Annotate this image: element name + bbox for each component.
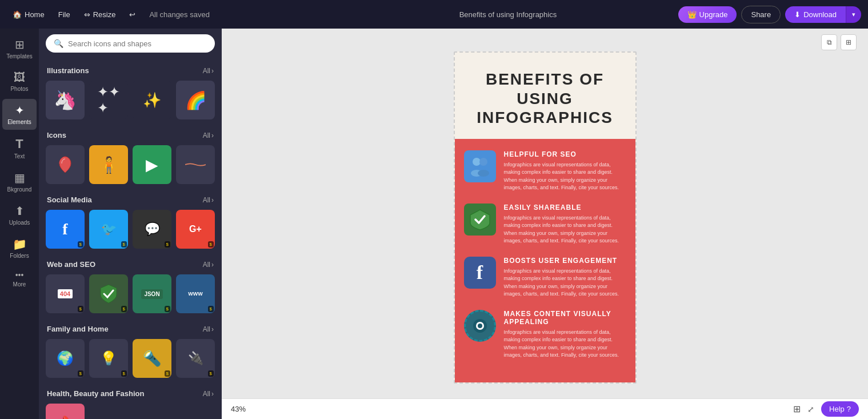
share-button[interactable]: Share	[741, 6, 781, 23]
icons-section-header: Icons All ›	[39, 125, 222, 143]
list-item[interactable]: 🐦 $	[89, 210, 128, 249]
sidebar-item-uploads[interactable]: ⬆ Uploads	[2, 199, 37, 230]
sidebar-item-more[interactable]: ••• More	[2, 266, 37, 292]
benefit-row-visual: MAKES CONTENT VISUALLY APPEALING Infogra…	[464, 310, 626, 360]
sidebar-item-templates[interactable]: ⊞ Templates	[2, 33, 37, 64]
topbar: 🏠 Home File ⇔ Resize ↩ All changes saved…	[0, 0, 868, 29]
elements-icon: ✦	[15, 103, 25, 117]
benefit-text-shareable: EASILY SHAREABLE Infographics are visual…	[504, 203, 626, 245]
list-item[interactable]: ✨	[133, 81, 171, 119]
search-input[interactable]	[68, 39, 207, 48]
main-area: ⊞ Templates 🖼 Photos ✦ Elements T Text ▦…	[0, 29, 868, 419]
benefit-row-engagement: f BOOSTS USER ENGAGEMENT Infographics ar…	[464, 257, 626, 298]
list-item[interactable]: 💬 $	[133, 210, 171, 249]
doc-header: BENEFITS OF USING INFOGRAPHICS	[455, 53, 635, 139]
sidebar-item-folders[interactable]: 📁 Folders	[2, 233, 37, 264]
benefit-text-visual: MAKES CONTENT VISUALLY APPEALING Infogra…	[504, 310, 626, 360]
icons-grid: 🧍 ▶	[39, 143, 222, 190]
list-item[interactable]: G+ $	[176, 210, 215, 249]
list-item[interactable]: 🔦 $	[133, 339, 171, 378]
health-all[interactable]: All ›	[203, 390, 214, 398]
canvas-controls: ⧉ ⊞	[821, 34, 857, 50]
sidebar-item-text[interactable]: T Text	[2, 132, 37, 164]
list-item[interactable]: $	[89, 274, 128, 313]
web-seo-section-header: Web and SEO All ›	[39, 254, 222, 272]
svg-point-0	[473, 158, 481, 166]
list-item[interactable]: 💡 $	[89, 339, 128, 378]
list-item[interactable]: 💄 $	[46, 404, 85, 419]
chevron-right-icon: ›	[211, 325, 214, 333]
family-home-all[interactable]: All ›	[203, 325, 214, 333]
topbar-right: 👑 Upgrade Share ⬇ Download ▾	[678, 6, 861, 23]
list-item[interactable]: 🦄	[46, 81, 85, 119]
benefit-icon-engagement: f	[464, 257, 496, 289]
download-dropdown-button[interactable]: ▾	[846, 6, 861, 23]
benefit-text-engagement: BOOSTS USER ENGAGEMENT Infographics are …	[504, 257, 626, 298]
chevron-right-icon: ›	[211, 390, 214, 398]
web-seo-all[interactable]: All ›	[203, 261, 214, 269]
social-grid: f $ 🐦 $ 💬 $ G+ $	[39, 207, 222, 254]
document-title: Benefits of using Infographics	[459, 10, 557, 19]
health-grid: 💄 $	[39, 401, 222, 419]
zoom-level: 43%	[231, 405, 246, 413]
svg-point-7	[477, 322, 478, 324]
social-media-section-header: Social Media All ›	[39, 190, 222, 207]
undo-button[interactable]: ↩	[123, 7, 141, 22]
list-item[interactable]: 🧍	[89, 145, 128, 184]
list-item[interactable]: f $	[46, 210, 85, 249]
expand-button[interactable]: ⤢	[807, 405, 814, 414]
list-item[interactable]: 🌈	[176, 81, 215, 119]
icons-all[interactable]: All ›	[203, 131, 214, 139]
resize-button[interactable]: ⇔ Resize	[78, 7, 122, 22]
canvas-copy-button[interactable]: ⧉	[821, 34, 837, 50]
list-item[interactable]	[46, 145, 85, 184]
benefit-text-seo: HELPFUL FOR SEO Infographics are visual …	[504, 150, 626, 192]
list-item[interactable]	[176, 145, 215, 184]
benefit-icon-shareable	[464, 203, 496, 236]
canvas-area: ⧉ ⊞ BENEFITS OF USING INFOGRAPHICS	[222, 29, 868, 419]
benefit-row-shareable: EASILY SHAREABLE Infographics are visual…	[464, 203, 626, 245]
svg-point-1	[479, 158, 487, 166]
list-item[interactable]: ▶	[133, 145, 171, 184]
list-item[interactable]: 🔌 $	[176, 339, 215, 378]
web-seo-grid: 404 $ $ JSON $ WWW $	[39, 272, 222, 319]
help-button[interactable]: Help ?	[821, 401, 859, 417]
panel-scroll: Illustrations All › 🦄 ✦✦✦ ✨ 🌈	[39, 58, 222, 419]
chevron-right-icon: ›	[211, 131, 214, 139]
sidebar-item-background[interactable]: ▦ Bkground	[2, 166, 37, 197]
canvas-scroll[interactable]: BENEFITS OF USING INFOGRAPHICS	[222, 29, 868, 398]
illustrations-grid: 🦄 ✦✦✦ ✨ 🌈	[39, 78, 222, 125]
grid-view-button[interactable]: ⊞	[793, 404, 801, 414]
list-item[interactable]: 🌍 $	[46, 339, 85, 378]
saved-status: All changes saved	[143, 7, 215, 22]
home-button[interactable]: 🏠 Home	[7, 7, 50, 22]
upgrade-button[interactable]: 👑 Upgrade	[678, 6, 737, 23]
social-all[interactable]: All ›	[203, 196, 214, 204]
sidebar-item-photos[interactable]: 🖼 Photos	[2, 66, 37, 97]
illustrations-all[interactable]: All ›	[203, 67, 214, 75]
download-button[interactable]: ⬇ Download	[785, 6, 846, 23]
benefit-icon-visual	[464, 310, 496, 342]
health-section-header: Health, Beauty and Fashion All ›	[39, 384, 222, 401]
doc-title-line1: BENEFITS OF USING	[466, 70, 624, 108]
sidebar-panel: 🔍 Illustrations All › 🦄 ✦✦✦ ✨	[39, 29, 222, 419]
canvas-document: BENEFITS OF USING INFOGRAPHICS	[454, 51, 637, 384]
list-item[interactable]: WWW $	[176, 274, 215, 313]
list-item[interactable]: JSON $	[133, 274, 171, 313]
crown-icon: 👑	[687, 10, 697, 19]
svg-point-6	[478, 324, 482, 328]
home-icon: 🏠	[13, 10, 22, 19]
search-bar[interactable]: 🔍	[46, 34, 215, 53]
download-group: ⬇ Download ▾	[785, 6, 861, 23]
file-button[interactable]: File	[53, 7, 76, 22]
chevron-right-icon: ›	[211, 67, 214, 75]
list-item[interactable]: 404 $	[46, 274, 85, 313]
doc-title-line2: INFOGRAPHICS	[466, 108, 624, 127]
undo-icon: ↩	[129, 10, 135, 19]
resize-icon: ⇔	[84, 10, 90, 19]
sidebar-item-elements[interactable]: ✦ Elements	[2, 99, 37, 130]
list-item[interactable]: ✦✦✦	[89, 81, 128, 119]
zoom-control: 43%	[231, 405, 246, 413]
canvas-grid-button[interactable]: ⊞	[841, 34, 857, 50]
uploads-icon: ⬆	[15, 204, 25, 218]
